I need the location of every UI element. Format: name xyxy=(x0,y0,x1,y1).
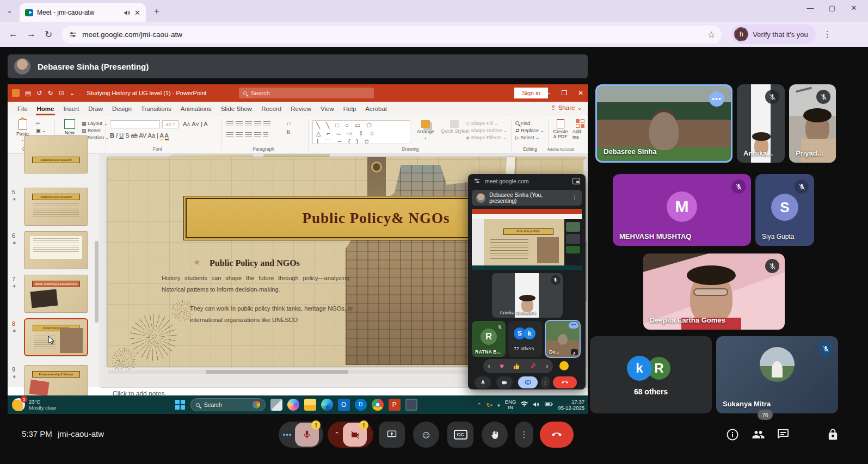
close-button[interactable]: ✕ xyxy=(843,4,865,12)
font-style-icons[interactable]: B I U S ab AV Aa | A A xyxy=(110,132,169,139)
pip-mic-button[interactable] xyxy=(475,376,491,388)
tab-view[interactable]: View xyxy=(321,106,334,112)
start-button[interactable] xyxy=(175,400,185,410)
font-name-select[interactable] xyxy=(110,120,160,128)
tab-home[interactable]: Home xyxy=(37,106,54,112)
pip-camera-button[interactable] xyxy=(496,376,513,388)
tile-siya[interactable]: S Siya Gupta xyxy=(755,174,814,246)
raise-hand-button[interactable] xyxy=(482,422,508,448)
edge-icon[interactable] xyxy=(321,399,333,411)
text-direction-icon[interactable]: ⇅ xyxy=(286,129,291,135)
find-button[interactable]: Find xyxy=(515,120,530,127)
powerpoint-icon[interactable]: P xyxy=(389,399,401,411)
ppt-close-icon[interactable]: ✕ xyxy=(572,84,588,102)
create-pdf-button[interactable]: Create a PDF xyxy=(551,119,570,139)
tile-68-others[interactable]: k R 68 others xyxy=(590,336,712,413)
activities-button[interactable] xyxy=(802,430,816,444)
pip-end-call-button[interactable] xyxy=(553,376,577,388)
tab-file[interactable]: File xyxy=(17,106,28,112)
arrange-button[interactable]: Arrange⌄ xyxy=(417,120,434,140)
ppt-restore-icon[interactable]: ❐ xyxy=(556,84,572,102)
heart-reaction-icon[interactable]: ♥ xyxy=(500,362,504,370)
font-size-select[interactable]: 40.7 xyxy=(162,120,178,128)
end-call-button[interactable] xyxy=(540,422,574,448)
url-bar[interactable]: meet.google.com/jmi-caou-atw ☆ xyxy=(62,26,722,44)
shapes-gallery[interactable]: ╲ ╲ □ ○ ▭ ⬠△ ⌐ ⌙ ⇨ ⇩ ☆⌇ ⌒ ∼ { } ✩ xyxy=(312,120,410,144)
wifi-icon[interactable] xyxy=(521,401,528,409)
reactions-button[interactable]: ☺ xyxy=(413,422,439,448)
forward-icon[interactable]: → xyxy=(27,29,36,40)
tray-chevron-icon[interactable]: ⌃ xyxy=(477,402,482,408)
pip-self-row[interactable]: Debasree Sinha (You, presenting) ⋮ xyxy=(472,190,582,206)
pip-tile-ratna[interactable]: R RATNA B... xyxy=(472,321,506,357)
reset-button[interactable]: ▨ Reset xyxy=(82,127,101,134)
thumb-slide-8-selected[interactable]: Public Policy& NGOs xyxy=(24,318,88,356)
mic-options-icon[interactable]: ••• xyxy=(283,431,292,439)
thumb-slide-4[interactable]: Academics and Research xyxy=(24,135,88,174)
thumbs-up-reaction-icon[interactable] xyxy=(513,363,520,370)
pip-present-button[interactable] xyxy=(518,376,538,388)
pip-more-button[interactable]: ⋮ xyxy=(541,376,550,388)
tab-record[interactable]: Record xyxy=(261,106,281,112)
back-icon[interactable]: ← xyxy=(9,29,18,40)
reload-icon[interactable]: ↻ xyxy=(45,29,52,40)
meeting-details-button[interactable] xyxy=(726,428,740,442)
file-explorer-icon[interactable] xyxy=(304,399,316,411)
layout-button[interactable]: ▦ Layout ⌄ xyxy=(82,120,108,127)
tile-mehvash[interactable]: M MEHVASH MUSHTAQ xyxy=(613,174,751,246)
quick-access-chevron-icon[interactable]: ⌄ xyxy=(70,89,75,97)
host-controls-button[interactable] xyxy=(827,428,841,442)
mic-button[interactable]: ! xyxy=(295,423,319,447)
tab-audio-icon[interactable] xyxy=(124,9,131,16)
ppt-share-button[interactable]: ⇪ Share ⌄ xyxy=(551,104,582,112)
sort-icon[interactable]: ↓↑ xyxy=(286,120,291,127)
quick-styles-button[interactable]: Quick Styles xyxy=(441,120,468,134)
addins-button[interactable]: Add-ins xyxy=(572,119,588,140)
maximize-button[interactable]: ▢ xyxy=(821,4,843,12)
tile-debasree[interactable]: ••• Debasree Sinha xyxy=(595,84,732,163)
ppt-minimize-icon[interactable]: — xyxy=(538,84,555,102)
tab-transitions[interactable]: Transitions xyxy=(141,106,171,112)
camera-options-icon[interactable]: ⌃ xyxy=(334,431,340,438)
replace-button[interactable]: ⇄ Replace ⌄ xyxy=(515,127,544,134)
tile-menu-icon[interactable]: ••• xyxy=(709,91,724,107)
people-button[interactable] xyxy=(752,428,766,442)
captions-button[interactable]: CC xyxy=(447,422,473,448)
chrome-icon[interactable] xyxy=(372,399,384,411)
tab-acrobat[interactable]: Acrobat xyxy=(365,106,387,112)
browser-menu-icon[interactable]: ⋮ xyxy=(823,29,832,39)
pip-toggle-icon[interactable] xyxy=(572,178,580,184)
select-button[interactable]: ▷ Select ⌄ xyxy=(515,134,539,141)
meet-pip-window[interactable]: meet.google.com Debasree Sinha (You, pre… xyxy=(468,174,586,389)
pip-tile-de[interactable]: ••• De... xyxy=(545,320,581,358)
thumb-slide-7[interactable]: Media, Publishing & Entertainment xyxy=(24,275,88,313)
minimize-button[interactable]: — xyxy=(799,4,821,12)
grow-shrink-font-icons[interactable]: A˄ A˅ | A xyxy=(183,121,208,127)
tile-deepita[interactable]: Deepita Eartha Gomes xyxy=(643,253,785,330)
outlook-icon[interactable]: O xyxy=(338,399,350,411)
volume-icon[interactable] xyxy=(533,401,540,409)
save-icon[interactable]: ▤ xyxy=(25,89,31,97)
tile-sukanya[interactable]: Sukanya Mitra xyxy=(716,336,838,413)
react-next-icon[interactable]: › xyxy=(546,362,548,370)
browser-tab[interactable]: Meet - jmi-caou-atw ✕ xyxy=(20,3,146,22)
pip-tile-others[interactable]: S k 72 others xyxy=(508,321,542,357)
language-switcher[interactable]: ENGIN xyxy=(505,399,516,410)
calculator-icon[interactable] xyxy=(405,399,417,411)
cut-icon[interactable]: ✂ xyxy=(36,120,40,127)
react-prev-icon[interactable]: ‹ xyxy=(488,362,490,370)
present-button[interactable] xyxy=(379,422,405,448)
camera-off-button[interactable]: ! xyxy=(343,423,367,447)
chat-button[interactable] xyxy=(777,428,791,442)
ppt-search-box[interactable]: Search xyxy=(239,88,374,98)
shape-fill-button[interactable]: ◇ Shape Fill ⌄ xyxy=(466,120,498,127)
copy-icon[interactable]: ▣ ⌄ xyxy=(36,127,46,134)
tab-design[interactable]: Design xyxy=(112,106,132,112)
battery-icon[interactable] xyxy=(545,401,553,408)
weather-widget[interactable]: 5 23°CMostly clear xyxy=(12,398,57,411)
tab-search-chevron-icon[interactable]: ⌄ xyxy=(7,7,13,14)
party-reaction-icon[interactable] xyxy=(530,363,537,370)
tab-help[interactable]: Help xyxy=(343,106,356,112)
tab-draw[interactable]: Draw xyxy=(88,106,103,112)
sync-tray-icon[interactable]: ↻• xyxy=(487,402,493,408)
